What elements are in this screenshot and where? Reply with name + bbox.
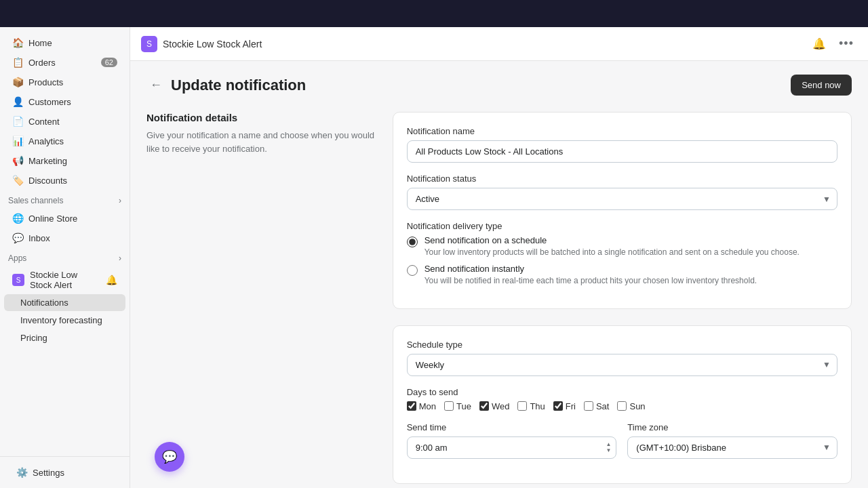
sidebar-item-content[interactable]: 📄 Content [4, 112, 125, 131]
orders-badge: 62 [101, 58, 117, 67]
stockie-app-icon: S [12, 274, 24, 286]
sidebar-item-stockie[interactable]: S Stockie Low Stock Alert 🔔 [4, 266, 125, 293]
orders-icon: 📋 [12, 57, 23, 68]
sidebar-item-pricing-label: Pricing [20, 333, 47, 343]
sidebar-item-inventory-forecasting[interactable]: Inventory forecasting [4, 312, 125, 329]
more-button[interactable]: ••• [835, 33, 857, 55]
notification-details-desc: Give your notification a name and choose… [146, 129, 376, 155]
notification-status-label: Notification status [407, 174, 837, 184]
day-sat-label: Sat [596, 401, 610, 411]
analytics-icon: 📊 [12, 136, 23, 146]
day-mon-label: Mon [419, 401, 436, 411]
sidebar-item-analytics[interactable]: 📊 Analytics [4, 131, 125, 150]
day-wed: Wed [479, 401, 510, 411]
instantly-radio-desc: You will be notified in real-time each t… [425, 275, 757, 287]
sidebar-item-pricing[interactable]: Pricing [4, 329, 125, 346]
timezone-field: Time zone (GMT+10:00) Brisbane (GMT+00:0… [627, 422, 837, 470]
notification-status-field: Notification status Active Inactive ▼ [407, 174, 837, 210]
send-now-button[interactable]: Send now [791, 75, 852, 96]
sidebar-item-products[interactable]: 📦 Products [4, 73, 125, 92]
sidebar-item-online-store[interactable]: 🌐 Online Store [4, 209, 125, 228]
sidebar-item-customers[interactable]: 👤 Customers [4, 92, 125, 111]
discounts-icon: 🏷️ [12, 175, 23, 186]
schedule-section: Schedule type Daily Weekly Monthly ▼ [146, 325, 852, 484]
page-title: Update notification [171, 77, 306, 94]
page-content: ← Update notification Send now Notificat… [130, 61, 868, 488]
instantly-radio-option: Send notification instantly You will be … [407, 264, 837, 287]
instantly-radio[interactable] [407, 265, 418, 276]
online-store-icon: 🌐 [12, 213, 23, 224]
sidebar-item-orders-label: Orders [28, 58, 56, 68]
sidebar-item-settings-label: Settings [33, 468, 64, 478]
sidebar-item-home-label: Home [28, 38, 52, 48]
sidebar-item-online-store-label: Online Store [28, 214, 77, 224]
home-icon: 🏠 [12, 37, 23, 48]
delivery-type-field: Notification delivery type Send notifica… [407, 221, 837, 287]
day-fri-label: Fri [566, 401, 576, 411]
day-sun-label: Sun [629, 401, 645, 411]
notification-details-section: Notification details Give your notificat… [146, 112, 852, 309]
delivery-type-label: Notification delivery type [407, 221, 837, 231]
day-tue: Tue [444, 401, 471, 411]
apps-expand-icon[interactable]: › [119, 253, 121, 263]
time-timezone-row: Send time 9:00 am 10:00 am 11:00 am ▲ ▼ [407, 422, 837, 470]
sidebar-item-marketing[interactable]: 📢 Marketing [4, 151, 125, 170]
sidebar-item-settings[interactable]: ⚙️ Settings [8, 463, 121, 482]
notification-name-input[interactable] [407, 140, 837, 163]
sidebar-item-customers-label: Customers [28, 97, 71, 107]
schedule-type-wrapper: Daily Weekly Monthly ▼ [407, 354, 837, 376]
send-time-wrapper: 9:00 am 10:00 am 11:00 am ▲ ▼ [407, 436, 617, 459]
customers-icon: 👤 [12, 96, 23, 107]
notification-status-wrapper: Active Inactive ▼ [407, 188, 837, 210]
settings-icon: ⚙️ [16, 467, 27, 478]
day-mon-checkbox[interactable] [407, 401, 416, 411]
sidebar: 🏠 Home 📋 Orders 62 📦 Products 👤 Customer… [0, 27, 130, 488]
send-time-field: Send time 9:00 am 10:00 am 11:00 am ▲ ▼ [407, 422, 617, 459]
sidebar-item-inventory-forecasting-label: Inventory forecasting [20, 315, 102, 325]
day-tue-checkbox[interactable] [444, 401, 454, 411]
day-thu: Thu [517, 401, 545, 411]
apps-header: Apps › [0, 248, 130, 266]
chat-icon: 💬 [162, 449, 177, 464]
day-thu-checkbox[interactable] [517, 401, 527, 411]
timezone-select[interactable]: (GMT+10:00) Brisbane (GMT+00:00) UTC (GM… [627, 436, 837, 459]
day-sun-checkbox[interactable] [617, 401, 627, 411]
sidebar-item-marketing-label: Marketing [28, 156, 67, 166]
schedule-type-label: Schedule type [407, 340, 837, 350]
marketing-icon: 📢 [12, 155, 23, 166]
back-button[interactable]: ← [146, 76, 165, 95]
day-sat: Sat [584, 401, 610, 411]
days-to-send-field: Days to send Mon Tue [407, 387, 837, 411]
schedule-radio-desc: Your low inventory products will be batc… [425, 247, 800, 258]
bell-button[interactable]: 🔔 [808, 33, 830, 55]
send-time-select[interactable]: 9:00 am 10:00 am 11:00 am [407, 436, 617, 459]
timezone-wrapper: (GMT+10:00) Brisbane (GMT+00:00) UTC (GM… [627, 436, 837, 459]
sidebar-item-discounts-label: Discounts [28, 176, 67, 186]
notification-status-select[interactable]: Active Inactive [407, 188, 837, 210]
timezone-label: Time zone [627, 422, 837, 432]
schedule-type-select[interactable]: Daily Weekly Monthly [407, 354, 837, 376]
stockie-bell-icon: 🔔 [106, 274, 117, 285]
sales-channels-expand-icon[interactable]: › [119, 196, 121, 205]
content-area: S Stockie Low Stock Alert 🔔 ••• ← Update… [130, 27, 868, 488]
sidebar-item-inbox[interactable]: 💬 Inbox [4, 228, 125, 247]
page-title-row: ← Update notification [146, 76, 306, 95]
day-wed-checkbox[interactable] [479, 401, 489, 411]
day-sat-checkbox[interactable] [584, 401, 593, 411]
send-time-label: Send time [407, 422, 617, 432]
sidebar-item-home[interactable]: 🏠 Home [4, 33, 125, 52]
instantly-radio-label: Send notification instantly [425, 264, 757, 274]
schedule-type-field: Schedule type Daily Weekly Monthly ▼ [407, 340, 837, 376]
sidebar-item-products-label: Products [28, 77, 63, 87]
schedule-radio-option: Send notification on a schedule Your low… [407, 235, 837, 258]
app-header-title: Stockie Low Stock Alert [163, 39, 803, 49]
schedule-radio[interactable] [407, 237, 418, 247]
sidebar-item-notifications-label: Notifications [20, 298, 68, 308]
sidebar-item-discounts[interactable]: 🏷️ Discounts [4, 171, 125, 190]
sidebar-item-orders[interactable]: 📋 Orders 62 [4, 53, 125, 72]
sidebar-item-content-label: Content [28, 117, 60, 127]
chat-button[interactable]: 💬 [155, 442, 184, 472]
sidebar-item-notifications[interactable]: Notifications [4, 294, 125, 311]
sidebar-item-analytics-label: Analytics [28, 136, 64, 146]
day-fri-checkbox[interactable] [553, 401, 563, 411]
